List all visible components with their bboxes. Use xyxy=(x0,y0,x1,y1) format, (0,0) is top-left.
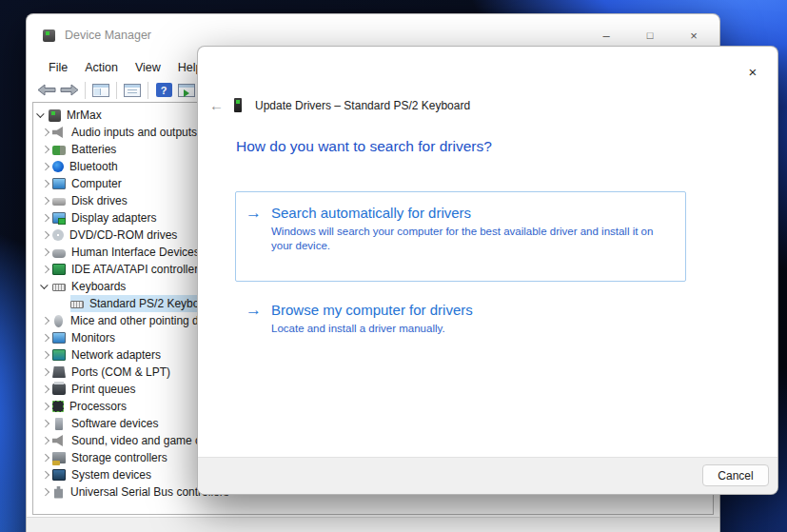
tree-item-label: Human Interface Devices xyxy=(71,246,200,259)
tree-item-label: IDE ATA/ATAPI controllers xyxy=(71,263,204,276)
console-tree-icon[interactable] xyxy=(89,80,112,101)
keyboard-icon xyxy=(52,284,66,291)
tree-item-label: Bluetooth xyxy=(69,160,118,173)
chevron-down-icon[interactable] xyxy=(38,279,52,294)
dialog-title: Update Drivers – Standard PS/2 Keyboard xyxy=(255,99,470,112)
chevron-right-icon[interactable] xyxy=(38,365,52,380)
tree-item-label: Batteries xyxy=(71,143,116,156)
dialog-header: ← Update Drivers – Standard PS/2 Keyboar… xyxy=(209,97,470,113)
minimize-button[interactable]: – xyxy=(590,24,622,47)
tree-item-label: Ports (COM & LPT) xyxy=(71,365,170,379)
chevron-right-icon[interactable] xyxy=(38,347,52,363)
arrow-right-icon: → xyxy=(246,301,271,319)
menu-view[interactable]: View xyxy=(127,59,169,76)
close-button[interactable]: × xyxy=(678,24,710,47)
browse-computer-option[interactable]: → Browse my computer for drivers Locate … xyxy=(235,288,686,357)
tree-item-label: Computer xyxy=(71,177,122,190)
tree-item-label: Disk drives xyxy=(71,194,128,207)
window-title: Device Manager xyxy=(65,29,151,42)
chevron-right-icon[interactable] xyxy=(38,176,52,191)
audio-icon xyxy=(52,127,66,138)
display-adapter-icon xyxy=(52,212,66,224)
forward-icon[interactable] xyxy=(58,80,81,101)
tree-item-label: Print queues xyxy=(71,383,135,396)
window-controls: – □ × xyxy=(579,24,710,47)
processor-icon xyxy=(52,401,64,412)
close-icon[interactable]: × xyxy=(740,60,765,83)
printer-icon xyxy=(52,384,66,395)
chevron-right-icon[interactable] xyxy=(38,193,52,208)
toolbar-separator xyxy=(116,82,117,99)
battery-icon xyxy=(52,146,66,155)
chevron-right-icon[interactable] xyxy=(38,433,52,448)
chevron-right-icon[interactable] xyxy=(38,227,52,243)
status-bar xyxy=(27,517,719,532)
tree-item-label: Processors xyxy=(69,400,127,413)
chevron-right-icon[interactable] xyxy=(38,245,52,260)
tree-item-label: Software devices xyxy=(71,417,158,430)
tree-item-label: DVD/CD-ROM drives xyxy=(69,228,177,242)
storage-icon xyxy=(52,452,66,463)
computer-icon xyxy=(52,178,66,189)
ports-icon xyxy=(52,366,66,378)
chevron-right-icon[interactable] xyxy=(38,330,52,345)
tree-item-label: System devices xyxy=(71,468,151,482)
tree-item-label: Keyboards xyxy=(71,280,126,293)
sound-icon xyxy=(52,435,66,446)
chevron-right-icon[interactable] xyxy=(38,399,52,414)
hid-icon xyxy=(52,249,66,258)
chevron-right-icon[interactable] xyxy=(38,450,52,465)
chevron-right-icon[interactable] xyxy=(38,467,52,483)
device-manager-icon xyxy=(49,109,61,122)
chevron-right-icon[interactable] xyxy=(38,382,52,397)
dialog-footer: Cancel xyxy=(198,457,777,494)
option-title: Search automatically for drivers xyxy=(271,205,471,221)
system-icon xyxy=(52,469,66,481)
tree-item-label: Monitors xyxy=(71,331,115,345)
menu-file[interactable]: File xyxy=(40,59,76,76)
disk-icon xyxy=(52,198,66,206)
software-icon xyxy=(55,418,63,430)
network-icon xyxy=(52,349,66,361)
ide-icon xyxy=(52,264,66,275)
option-description: Locate and install a driver manually. xyxy=(271,322,473,336)
back-arrow-icon[interactable]: ← xyxy=(209,97,234,113)
chevron-right-icon[interactable] xyxy=(38,210,52,226)
monitor-icon xyxy=(52,332,66,344)
chevron-right-icon[interactable] xyxy=(38,125,52,140)
tree-item-label: Audio inputs and outputs xyxy=(71,126,197,139)
chevron-right-icon[interactable] xyxy=(38,484,52,500)
chevron-right-icon[interactable] xyxy=(38,262,52,277)
usb-icon xyxy=(54,486,63,499)
tree-item-label: Network adapters xyxy=(71,348,161,362)
keyboard-icon xyxy=(70,301,84,308)
option-title: Browse my computer for drivers xyxy=(271,302,473,318)
tree-item-label: MrMax xyxy=(67,108,102,122)
chevron-right-icon[interactable] xyxy=(38,159,52,174)
dialog-heading: How do you want to search for drivers? xyxy=(236,138,492,155)
action-pane-icon[interactable] xyxy=(175,80,198,101)
cancel-button[interactable]: Cancel xyxy=(702,464,769,486)
chevron-down-icon[interactable] xyxy=(34,108,49,123)
tree-item-label: Display adapters xyxy=(71,211,156,225)
search-automatically-option[interactable]: → Search automatically for drivers Windo… xyxy=(235,191,686,282)
toolbar-separator xyxy=(85,82,86,99)
mouse-icon xyxy=(54,315,63,327)
maximize-button[interactable]: □ xyxy=(634,24,666,47)
toolbar-separator xyxy=(148,82,148,99)
device-manager-app-icon xyxy=(43,30,55,42)
chevron-right-icon[interactable] xyxy=(38,416,52,431)
help-icon[interactable] xyxy=(152,80,175,101)
dvd-icon xyxy=(52,229,64,241)
menu-action[interactable]: Action xyxy=(76,59,127,76)
arrow-right-icon: → xyxy=(246,204,271,222)
keyboard-device-icon xyxy=(234,98,242,112)
properties-icon[interactable] xyxy=(121,80,144,101)
chevron-right-icon[interactable] xyxy=(38,142,52,157)
option-description: Windows will search your computer for th… xyxy=(271,225,671,253)
chevron-right-icon[interactable] xyxy=(38,313,52,328)
update-drivers-dialog: × ← Update Drivers – Standard PS/2 Keybo… xyxy=(197,46,778,495)
back-icon[interactable] xyxy=(35,80,58,101)
bluetooth-icon xyxy=(52,161,64,172)
tree-item-label: Storage controllers xyxy=(71,451,167,464)
